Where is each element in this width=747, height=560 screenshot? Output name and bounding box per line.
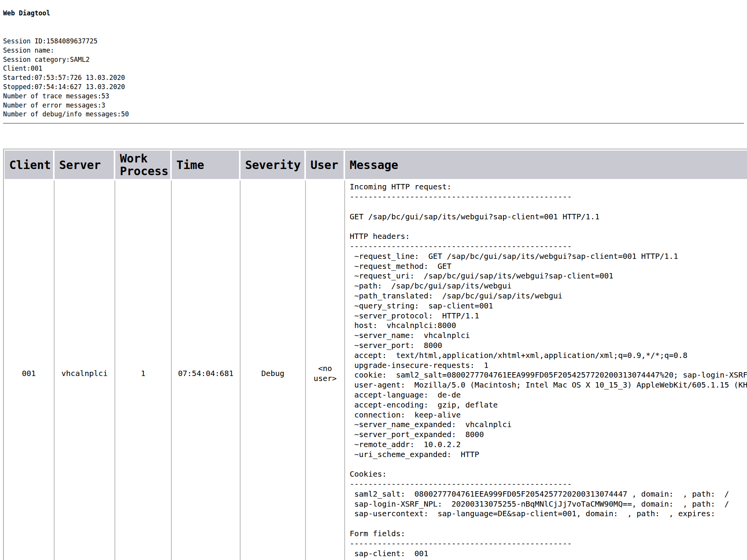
cell-work-process: 1 bbox=[115, 181, 171, 560]
horizontal-rule bbox=[3, 123, 744, 124]
column-header-severity: Severity bbox=[241, 151, 304, 179]
column-header-client: Client bbox=[5, 151, 53, 179]
cell-severity: Debug bbox=[240, 181, 305, 560]
page-title: Web Diagtool bbox=[3, 0, 747, 17]
cell-client: 001 bbox=[4, 181, 54, 560]
cell-server: vhcalnplci bbox=[54, 181, 115, 560]
cell-message: Incoming HTTP request: -----------------… bbox=[344, 181, 747, 560]
column-header-time: Time bbox=[172, 151, 239, 179]
trace-table-header-row: Client Server Work Process Time Severity… bbox=[4, 151, 747, 179]
column-header-message: Message bbox=[345, 151, 747, 179]
column-header-user: User bbox=[306, 151, 344, 179]
column-header-server: Server bbox=[55, 151, 114, 179]
trace-table-row: 001 vhcalnplci 1 07:54:04:681 Debug <no … bbox=[4, 181, 747, 560]
cell-time: 07:54:04:681 bbox=[171, 181, 240, 560]
cell-user: <no user> bbox=[305, 181, 344, 560]
session-info: Session ID:1584089637725 Session name: S… bbox=[3, 37, 747, 119]
trace-table: Client Server Work Process Time Severity… bbox=[3, 149, 747, 560]
column-header-work-process: Work Process bbox=[115, 151, 170, 179]
diagtool-page: { "page": { "title": "Web Diagtool" }, "… bbox=[0, 0, 747, 560]
